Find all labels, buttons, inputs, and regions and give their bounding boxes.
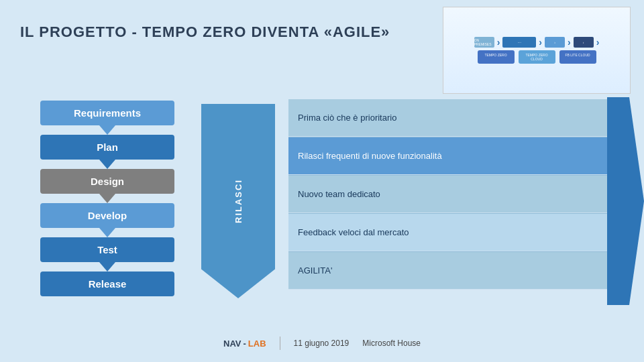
- nav-lab-logo: NAV - LAB: [223, 339, 266, 349]
- step-design: Design: [40, 169, 174, 194]
- info-box-1: Prima ciò che è prioritario: [288, 99, 617, 137]
- info-boxes-container: Prima ciò che è prioritario Rilasci freq…: [288, 99, 617, 290]
- arrow-develop-test: [99, 228, 115, 237]
- footer-divider: [280, 337, 280, 350]
- banner-text: RILASCI: [233, 179, 244, 223]
- lab-text: LAB: [248, 339, 266, 349]
- info-row-3: Nuovo team dedicato: [288, 176, 617, 213]
- step-develop: Develop: [40, 203, 174, 228]
- step-release: Release: [40, 272, 174, 296]
- info-row-1: Prima ciò che è prioritario: [288, 99, 617, 137]
- footer: NAV - LAB 11 giugno 2019 Microsoft House: [0, 337, 644, 350]
- nav-text: NAV: [223, 339, 241, 349]
- arrow-test-release: [99, 262, 115, 272]
- step-test: Test: [40, 237, 174, 262]
- arrow-plan-design: [99, 160, 115, 169]
- mega-right-arrow: [607, 97, 644, 305]
- info-box-4: Feedback veloci dal mercato: [288, 214, 617, 251]
- info-row-2: Rilasci frequenti di nuove funzionalità: [288, 137, 617, 175]
- dash-text: -: [243, 339, 246, 349]
- info-row-5: AGILITA': [288, 252, 617, 290]
- arrow-design-develop: [99, 194, 115, 203]
- footer-date: 11 giugno 2019: [294, 339, 350, 348]
- info-box-3: Nuovo team dedicato: [288, 176, 617, 213]
- banner-arrow-shape: RILASCI: [201, 104, 275, 298]
- step-requirements: Requirements: [40, 101, 174, 125]
- page-title: IL PROGETTO - TEMPO ZERO DIVENTA «AGILE»: [20, 23, 390, 41]
- info-box-2: Rilasci frequenti di nuove funzionalità: [288, 137, 617, 175]
- steps-column: Requirements Plan Design Develop Test Re…: [34, 101, 181, 296]
- header-image: ON PREMISES › ···· › › › › › TEMPO ZERO …: [443, 7, 631, 94]
- step-plan: Plan: [40, 135, 174, 160]
- center-banner: RILASCI: [195, 97, 282, 305]
- info-box-5: AGILITA': [288, 252, 617, 290]
- footer-company: Microsoft House: [362, 339, 421, 348]
- info-row-4: Feedback veloci dal mercato: [288, 214, 617, 251]
- arrow-requirements-plan: [99, 125, 115, 135]
